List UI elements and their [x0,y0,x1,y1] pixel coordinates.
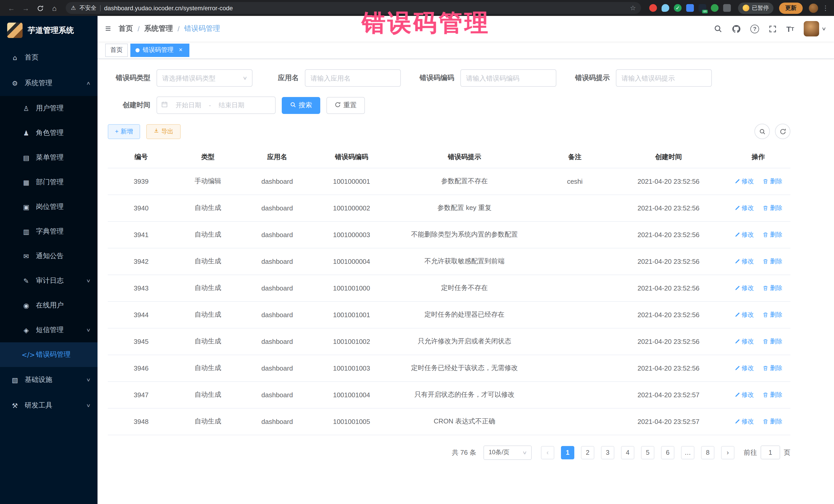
back-icon[interactable]: ← [5,4,18,12]
user-avatar-menu[interactable]: ∨ [804,21,826,37]
help-icon[interactable]: ? [750,24,759,33]
breadcrumb-home[interactable]: 首页 [118,24,133,34]
delete-row-button[interactable]: 删除 [763,257,783,266]
sidebar-item-user[interactable]: ♙ 用户管理 [0,96,97,120]
edit-row-button[interactable]: 修改 [734,337,754,346]
edit-row-button[interactable]: 修改 [734,203,754,212]
error-code-field[interactable] [460,69,556,87]
tag-item[interactable]: 错误码管理 × [130,43,190,57]
prev-page-button[interactable]: ‹ [541,446,554,459]
sidebar-item-home[interactable]: ⌂ 首页 [0,45,97,70]
browser-home-icon[interactable]: ⌂ [48,4,61,12]
extension-grid-icon[interactable] [686,4,694,12]
extension-red-icon[interactable] [649,4,657,12]
sidebar-item-org-tree[interactable]: ▦ 部门管理 [0,170,97,195]
font-size-icon[interactable]: TT [786,24,794,33]
sidebar-item-briefcase[interactable]: ▣ 岗位管理 [0,195,97,219]
page-button[interactable]: 1 [561,446,574,459]
page-size-select[interactable]: 10条/页 ∨ [483,445,532,460]
app-name-field[interactable] [305,69,401,87]
cell-message: 定时任务的处理器已经存在 [390,301,539,328]
edit-row-button[interactable]: 修改 [734,390,754,399]
close-icon[interactable]: × [177,46,184,53]
breadcrumb-system[interactable]: 系统管理 [144,24,173,34]
sidebar-item-users[interactable]: ♟ 角色管理 [0,120,97,145]
search-icon[interactable] [714,25,722,33]
app-name-input[interactable] [310,74,395,82]
extension-leaf-icon[interactable] [711,4,719,12]
extension-on-badge-icon[interactable] [699,4,706,12]
sidebar-item-infrastructure[interactable]: ▧ 基础设施 ∨ [0,367,97,393]
error-code-input[interactable] [466,74,551,82]
edit-row-button[interactable]: 修改 [734,230,754,239]
end-date-input[interactable] [213,102,250,109]
edit-row-button[interactable]: 修改 [734,284,754,292]
goto-page-input[interactable] [761,445,780,459]
delete-row-button[interactable]: 删除 [763,177,783,185]
error-type-select-input[interactable] [162,74,240,82]
page-button[interactable]: 2 [581,446,594,459]
sidebar-item-megaphone[interactable]: ✉ 通知公告 [0,244,97,268]
edit-row-button[interactable]: 修改 [734,257,754,266]
error-type-select[interactable]: ∨ [156,69,253,87]
bookmark-star-icon[interactable]: ☆ [630,4,636,12]
sidebar-item-error-code[interactable]: </> 错误码管理 [0,342,97,367]
search-button[interactable]: 搜索 [282,97,320,114]
export-button[interactable]: 导出 [146,124,181,139]
forward-icon[interactable]: → [20,4,32,12]
cell-code: 1001000002 [313,195,390,221]
extensions-paused-badge[interactable]: 已暂停 [738,2,773,14]
start-date-input[interactable] [170,102,207,109]
hamburger-icon[interactable]: ≡ [97,23,118,35]
address-bar[interactable]: ⚠ 不安全 dashboard.yudao.iocoder.cn/system/… [66,2,641,14]
add-button[interactable]: + 新增 [108,124,140,139]
browser-update-button[interactable]: 更新 [779,2,803,14]
delete-row-button[interactable]: 删除 [763,417,783,426]
toggle-search-button[interactable] [754,124,770,139]
page-button[interactable]: 3 [601,446,614,459]
page-button[interactable]: 6 [661,446,674,459]
sidebar-item-menu-list[interactable]: ▤ 菜单管理 [0,145,97,170]
fullscreen-icon[interactable] [769,25,776,32]
sidebar-item-sms[interactable]: ◈ 短信管理 ∨ [0,318,97,342]
delete-row-button[interactable]: 删除 [763,284,783,292]
sidebar-item-dictionary[interactable]: ▥ 字典管理 [0,219,97,244]
edit-row-button[interactable]: 修改 [734,310,754,319]
browser-menu-icon[interactable]: ⋮ [822,4,829,12]
error-message-field[interactable] [616,69,712,87]
extension-drop-icon[interactable] [662,4,669,12]
edit-row-button[interactable]: 修改 [734,417,754,426]
sidebar-item-online-user[interactable]: ◉ 在线用户 [0,293,97,318]
edit-row-button[interactable]: 修改 [734,364,754,372]
app-logo[interactable]: 芋道管理系统 [0,16,97,45]
reload-icon[interactable] [34,4,46,12]
browser-profile-avatar[interactable] [809,3,818,13]
page-button[interactable]: … [681,446,695,459]
edit-label: 修改 [741,284,754,292]
tag-item[interactable]: 首页 [105,43,128,57]
edit-row-button[interactable]: 修改 [734,177,754,185]
sidebar-item-audit-log[interactable]: ✎ 审计日志 ∨ [0,268,97,293]
page-button[interactable]: 8 [701,446,715,459]
delete-row-button[interactable]: 删除 [763,203,783,212]
extension-check-icon[interactable]: ✓ [674,4,682,12]
delete-row-button[interactable]: 删除 [763,337,783,346]
delete-row-button[interactable]: 删除 [763,364,783,372]
extensions-puzzle-icon[interactable] [723,4,731,12]
date-range-picker[interactable]: - [156,96,276,114]
cell-created: 2021-04-20 23:52:56 [611,275,726,301]
page-button[interactable]: 5 [641,446,654,459]
delete-row-button[interactable]: 删除 [763,310,783,319]
github-icon[interactable] [732,24,741,33]
sidebar-item-gear[interactable]: ⚙ 系统管理 ∧ [0,70,97,96]
edit-icon [734,178,740,184]
next-page-button[interactable]: › [721,446,734,459]
error-message-input[interactable] [621,74,706,82]
delete-row-button[interactable]: 删除 [763,390,783,399]
page-button[interactable]: 4 [621,446,634,459]
refresh-table-button[interactable] [775,124,790,139]
security-label[interactable]: 不安全 [80,4,96,12]
delete-row-button[interactable]: 删除 [763,230,783,239]
reset-button[interactable]: 重置 [326,97,365,114]
sidebar-item-dev-tools[interactable]: ⚒ 研发工具 ∨ [0,393,97,418]
